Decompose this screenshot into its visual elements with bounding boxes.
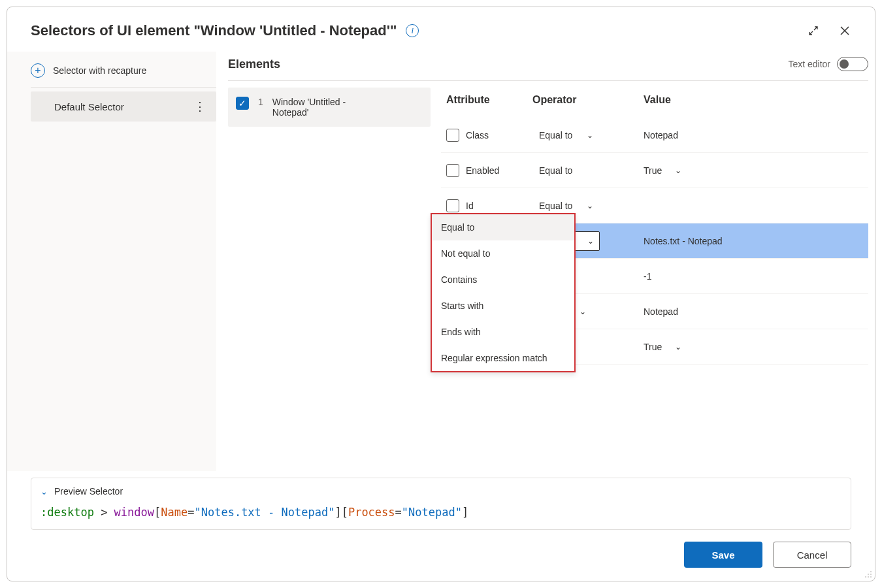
svg-point-4	[868, 576, 869, 578]
preview-code: :desktop > window[Name="Notes.txt - Note…	[41, 506, 841, 519]
chevron-down-icon: ⌄	[587, 201, 593, 210]
chevron-down-icon: ⌄	[587, 131, 593, 140]
elements-heading: Elements	[228, 57, 280, 71]
element-index: 1	[258, 97, 263, 107]
operator-select[interactable]: Equal to ⌄	[532, 197, 644, 215]
preview-toggle[interactable]: ⌄ Preview Selector	[41, 486, 841, 497]
dialog-titlebar: Selectors of UI element "Window 'Untitle…	[7, 7, 875, 52]
dropdown-option[interactable]: Contains	[432, 267, 574, 293]
attribute-row[interactable]: Class Equal to ⌄ Notepad	[441, 118, 868, 153]
element-name: Window 'Untitled - Notepad'	[272, 97, 384, 118]
chevron-down-icon: ⌄	[41, 487, 48, 497]
attr-checkbox[interactable]	[446, 199, 459, 212]
svg-point-2	[870, 574, 872, 575]
svg-point-0	[870, 571, 872, 572]
svg-point-5	[870, 576, 872, 578]
svg-point-3	[865, 576, 866, 578]
operator-dropdown: Equal to Not equal to Contains Starts wi…	[431, 213, 576, 372]
center-panel: Elements Text editor 1 Windo	[216, 52, 875, 471]
text-editor-label: Text editor	[788, 59, 830, 69]
header-attribute: Attribute	[441, 94, 532, 106]
attr-checkbox[interactable]	[446, 164, 459, 177]
selector-builder-dialog: Selectors of UI element "Window 'Untitle…	[7, 7, 875, 581]
svg-point-1	[868, 574, 869, 575]
add-selector-label: Selector with recapture	[53, 65, 146, 76]
attr-name: Class	[466, 130, 489, 140]
attr-name: Id	[466, 201, 474, 211]
save-button[interactable]: Save	[684, 542, 762, 568]
attributes-header: Attribute Operator Value	[441, 81, 868, 118]
dropdown-option[interactable]: Regular expression match	[432, 345, 574, 371]
value-cell[interactable]: Notepad	[644, 130, 868, 140]
info-icon[interactable]: i	[406, 24, 419, 37]
element-item[interactable]: 1 Window 'Untitled - Notepad'	[228, 88, 431, 127]
operator-select[interactable]: Equal to	[532, 161, 644, 180]
element-checkbox[interactable]	[236, 97, 249, 110]
dropdown-option[interactable]: Equal to	[432, 214, 574, 240]
operator-select[interactable]: Equal to ⌄	[532, 126, 644, 144]
chevron-down-icon: ⌄	[580, 307, 586, 316]
center-header: Elements Text editor	[228, 57, 868, 81]
value-cell[interactable]: True ⌄	[644, 342, 868, 352]
chevron-down-icon: ⌄	[675, 166, 681, 175]
value-cell[interactable]: True ⌄	[644, 165, 868, 176]
dropdown-option[interactable]: Starts with	[432, 293, 574, 319]
resize-grip-icon[interactable]	[863, 569, 872, 578]
attr-name: Enabled	[466, 165, 499, 176]
attr-checkbox[interactable]	[446, 129, 459, 142]
header-value: Value	[644, 94, 868, 106]
chevron-down-icon: ⌄	[587, 237, 594, 246]
more-icon[interactable]: ⋮	[190, 101, 210, 112]
expand-icon[interactable]	[803, 20, 824, 41]
preview-selector-panel: ⌄ Preview Selector :desktop > window[Nam…	[31, 478, 851, 530]
add-selector-button[interactable]: + Selector with recapture	[31, 57, 216, 88]
dropdown-option[interactable]: Ends with	[432, 319, 574, 345]
value-cell[interactable]: Notepad	[644, 306, 868, 317]
sidebar-item-default-selector[interactable]: Default Selector ⋮	[31, 91, 216, 122]
dialog-title: Selectors of UI element "Window 'Untitle…	[31, 22, 397, 39]
dialog-footer: Save Cancel	[7, 530, 875, 581]
value-cell[interactable]: Notes.txt - Notepad	[644, 236, 868, 246]
preview-label: Preview Selector	[54, 486, 123, 497]
sidebar-item-label: Default Selector	[54, 101, 124, 112]
text-editor-toggle[interactable]	[837, 57, 868, 71]
dropdown-option[interactable]: Not equal to	[432, 240, 574, 267]
elements-list: 1 Window 'Untitled - Notepad'	[228, 81, 431, 471]
close-icon[interactable]	[834, 20, 855, 41]
plus-icon: +	[31, 63, 45, 78]
selector-list-sidebar: + Selector with recapture Default Select…	[7, 52, 216, 471]
text-editor-toggle-group: Text editor	[788, 57, 868, 71]
cancel-button[interactable]: Cancel	[773, 542, 851, 568]
attribute-row[interactable]: Enabled Equal to True ⌄	[441, 153, 868, 188]
chevron-down-icon: ⌄	[675, 342, 681, 351]
attributes-panel: Attribute Operator Value Class	[431, 81, 868, 471]
value-cell[interactable]: -1	[644, 271, 868, 282]
header-operator: Operator	[532, 94, 644, 106]
